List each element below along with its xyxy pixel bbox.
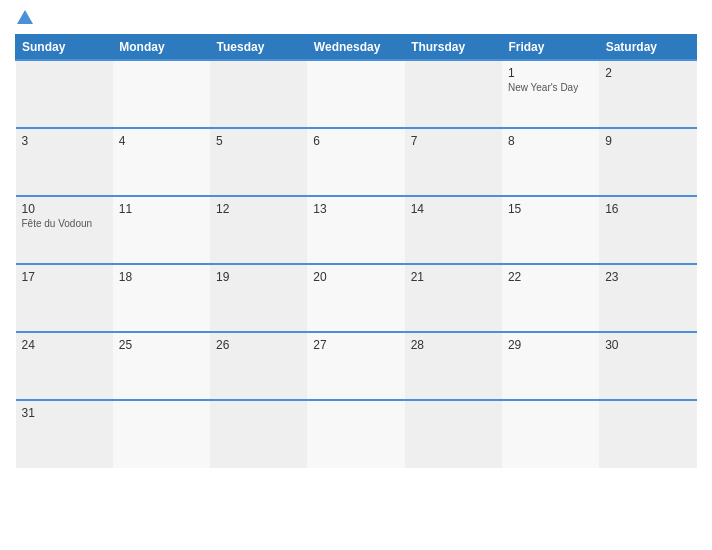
day-number: 21 [411, 270, 496, 284]
calendar-cell: 17 [16, 264, 113, 332]
day-number: 27 [313, 338, 398, 352]
day-header-wednesday: Wednesday [307, 35, 404, 61]
calendar-cell: 11 [113, 196, 210, 264]
day-number: 4 [119, 134, 204, 148]
calendar-cell: 26 [210, 332, 307, 400]
week-row-4: 17181920212223 [16, 264, 697, 332]
calendar-cell [113, 60, 210, 128]
calendar-cell: 5 [210, 128, 307, 196]
calendar-cell: 6 [307, 128, 404, 196]
day-header-saturday: Saturday [599, 35, 696, 61]
day-number: 22 [508, 270, 593, 284]
day-number: 1 [508, 66, 593, 80]
calendar-container: SundayMondayTuesdayWednesdayThursdayFrid… [0, 0, 712, 550]
week-row-1: 1New Year's Day2 [16, 60, 697, 128]
day-header-tuesday: Tuesday [210, 35, 307, 61]
day-number: 15 [508, 202, 593, 216]
day-number: 10 [22, 202, 107, 216]
day-number: 3 [22, 134, 107, 148]
day-number: 7 [411, 134, 496, 148]
calendar-cell: 14 [405, 196, 502, 264]
calendar-cell: 9 [599, 128, 696, 196]
day-number: 30 [605, 338, 690, 352]
day-number: 6 [313, 134, 398, 148]
calendar-cell: 24 [16, 332, 113, 400]
day-number: 16 [605, 202, 690, 216]
calendar-cell [16, 60, 113, 128]
day-number: 17 [22, 270, 107, 284]
calendar-cell: 20 [307, 264, 404, 332]
day-number: 24 [22, 338, 107, 352]
day-header-sunday: Sunday [16, 35, 113, 61]
calendar-cell: 23 [599, 264, 696, 332]
day-number: 11 [119, 202, 204, 216]
calendar-cell: 18 [113, 264, 210, 332]
week-row-3: 10Fête du Vodoun111213141516 [16, 196, 697, 264]
calendar-cell [210, 60, 307, 128]
calendar-cell: 19 [210, 264, 307, 332]
calendar-cell: 3 [16, 128, 113, 196]
calendar-cell: 15 [502, 196, 599, 264]
day-number: 8 [508, 134, 593, 148]
calendar-header [15, 10, 697, 26]
calendar-cell [113, 400, 210, 468]
day-number: 2 [605, 66, 690, 80]
calendar-cell: 12 [210, 196, 307, 264]
day-number: 29 [508, 338, 593, 352]
day-number: 20 [313, 270, 398, 284]
calendar-cell [307, 400, 404, 468]
day-number: 13 [313, 202, 398, 216]
day-number: 23 [605, 270, 690, 284]
calendar-cell: 2 [599, 60, 696, 128]
calendar-cell [405, 400, 502, 468]
calendar-cell [405, 60, 502, 128]
calendar-cell [502, 400, 599, 468]
calendar-cell: 27 [307, 332, 404, 400]
calendar-cell: 28 [405, 332, 502, 400]
calendar-cell: 4 [113, 128, 210, 196]
calendar-cell: 13 [307, 196, 404, 264]
calendar-cell: 1New Year's Day [502, 60, 599, 128]
calendar-cell: 7 [405, 128, 502, 196]
day-number: 14 [411, 202, 496, 216]
calendar-cell: 29 [502, 332, 599, 400]
holiday-name: New Year's Day [508, 82, 593, 93]
calendar-cell: 31 [16, 400, 113, 468]
calendar-cell: 8 [502, 128, 599, 196]
calendar-cell: 25 [113, 332, 210, 400]
day-number: 9 [605, 134, 690, 148]
calendar-table: SundayMondayTuesdayWednesdayThursdayFrid… [15, 34, 697, 468]
logo [15, 10, 33, 26]
calendar-cell: 21 [405, 264, 502, 332]
logo-triangle-icon [17, 10, 33, 24]
calendar-cell [307, 60, 404, 128]
day-header-friday: Friday [502, 35, 599, 61]
calendar-cell: 22 [502, 264, 599, 332]
calendar-cell [599, 400, 696, 468]
day-number: 26 [216, 338, 301, 352]
day-number: 19 [216, 270, 301, 284]
day-number: 28 [411, 338, 496, 352]
day-number: 18 [119, 270, 204, 284]
calendar-cell [210, 400, 307, 468]
calendar-cell: 10Fête du Vodoun [16, 196, 113, 264]
day-header-monday: Monday [113, 35, 210, 61]
day-number: 5 [216, 134, 301, 148]
holiday-name: Fête du Vodoun [22, 218, 107, 229]
day-number: 25 [119, 338, 204, 352]
day-header-thursday: Thursday [405, 35, 502, 61]
week-row-2: 3456789 [16, 128, 697, 196]
week-row-6: 31 [16, 400, 697, 468]
week-row-5: 24252627282930 [16, 332, 697, 400]
days-header-row: SundayMondayTuesdayWednesdayThursdayFrid… [16, 35, 697, 61]
calendar-cell: 16 [599, 196, 696, 264]
calendar-cell: 30 [599, 332, 696, 400]
day-number: 31 [22, 406, 107, 420]
day-number: 12 [216, 202, 301, 216]
